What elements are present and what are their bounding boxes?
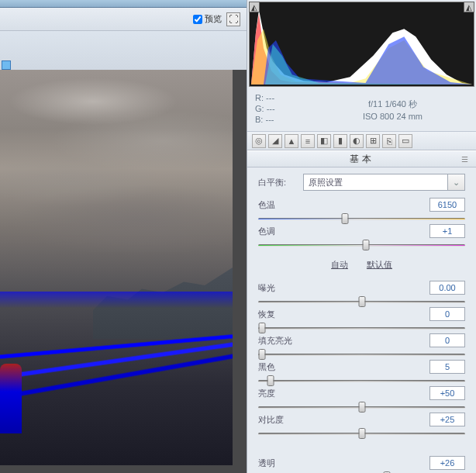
slider-track-contrast[interactable] [258, 428, 465, 439]
slider-thumb-contrast[interactable] [358, 428, 365, 439]
slider-thumb-brightness[interactable] [358, 402, 365, 413]
preview-label: 预览 [205, 13, 222, 25]
slider-thumb-tint[interactable] [362, 240, 369, 250]
aperture-icon[interactable]: ◎ [252, 134, 266, 148]
panel-menu-icon[interactable]: ☰ [461, 155, 471, 164]
preview-toggle[interactable]: 预览 [193, 13, 222, 25]
slider-fill: 填充亮光0 [258, 333, 465, 360]
slider-track-brightness[interactable] [258, 402, 465, 413]
slider-label-brightness: 亮度 [258, 388, 275, 399]
slider-value-recovery[interactable]: 0 [429, 307, 465, 321]
slider-brightness: 亮度+50 [258, 386, 465, 413]
slider-value-blacks[interactable]: 5 [429, 360, 465, 374]
slider-track-temp[interactable] [258, 213, 465, 224]
window-titlebar [0, 0, 247, 8]
slider-temp: 色温6150 [258, 198, 465, 224]
auto-button[interactable]: 自动 [331, 259, 348, 271]
chevron-down-icon[interactable]: ⌄ [448, 174, 465, 191]
image-preview[interactable] [0, 70, 247, 473]
slider-clarity: 透明+26 [258, 456, 465, 473]
preset-icon[interactable]: ▭ [398, 134, 412, 148]
slider-blacks: 黑色5 [258, 360, 465, 386]
lines-icon[interactable]: ≡ [301, 134, 315, 148]
slider-value-tint[interactable]: +1 [429, 224, 465, 238]
slider-label-temp: 色温 [258, 199, 275, 211]
slider-label-clarity: 透明 [258, 457, 275, 469]
preview-header: 预览 ⛶ [0, 8, 247, 31]
curves-icon[interactable]: ◢ [268, 134, 282, 148]
slider-contrast: 对比度+25 [258, 413, 465, 439]
slider-tint: 色调+1 [258, 224, 465, 250]
slider-track-exposure[interactable] [258, 296, 465, 307]
lens-icon[interactable]: ◐ [350, 134, 364, 148]
slider-track-tint[interactable] [258, 240, 465, 250]
slider-label-recovery: 恢复 [258, 309, 275, 320]
slider-track-fill[interactable] [258, 349, 465, 360]
slider-value-fill[interactable]: 0 [429, 333, 465, 347]
slider-label-exposure: 曝光 [258, 282, 275, 294]
photo-content [0, 70, 233, 465]
wb-label: 白平衡: [258, 177, 298, 188]
slider-thumb-exposure[interactable] [358, 296, 365, 307]
adjustment-tabs: ◎◢▲≡◧▮◐⊞⎘▭ [247, 132, 476, 150]
fx-icon[interactable]: ⊞ [366, 134, 380, 148]
exif-aperture-shutter: f/11 1/640 秒 [317, 98, 468, 110]
exif-iso-focal: ISO 800 24 mm [317, 112, 468, 121]
slider-thumb-fill[interactable] [259, 349, 266, 360]
preview-tab-strip [0, 31, 247, 70]
fullscreen-icon[interactable]: ⛶ [226, 12, 240, 26]
slider-value-exposure[interactable]: 0.00 [429, 281, 465, 295]
exif-readout: R: --- G: --- B: --- f/11 1/640 秒 ISO 80… [247, 88, 476, 132]
slider-thumb-recovery[interactable] [259, 323, 266, 333]
shadow-clip-icon[interactable]: ◭ [249, 2, 260, 12]
slider-label-fill: 填充亮光 [258, 335, 292, 347]
slider-value-clarity[interactable]: +26 [429, 456, 465, 470]
slider-track-recovery[interactable] [258, 323, 465, 333]
wb-select[interactable]: 原照设置 [303, 174, 448, 191]
slider-exposure: 曝光0.00 [258, 281, 465, 307]
default-button[interactable]: 默认值 [367, 259, 392, 271]
slider-label-contrast: 对比度 [258, 414, 284, 426]
brush-icon[interactable]: ▮ [333, 134, 347, 148]
slider-value-brightness[interactable]: +50 [429, 386, 465, 400]
slider-thumb-blacks[interactable] [267, 375, 274, 386]
camera-icon[interactable]: ⎘ [382, 134, 396, 148]
triangle-icon[interactable]: ▲ [285, 134, 298, 148]
highlight-clip-icon[interactable]: ◭ [464, 2, 474, 12]
slider-thumb-temp[interactable] [342, 213, 349, 224]
slider-value-temp[interactable]: 6150 [429, 198, 465, 212]
slider-label-tint: 色调 [258, 226, 275, 237]
slider-value-contrast[interactable]: +25 [429, 413, 465, 426]
histogram[interactable]: ◭ ◭ [249, 2, 474, 87]
slider-label-blacks: 黑色 [258, 361, 275, 373]
panel-header-basic[interactable]: 基本 ☰ [247, 150, 476, 167]
document-tab[interactable] [2, 60, 11, 70]
slider-recovery: 恢复0 [258, 307, 465, 333]
split-icon[interactable]: ◧ [317, 134, 331, 148]
slider-track-blacks[interactable] [258, 375, 465, 386]
